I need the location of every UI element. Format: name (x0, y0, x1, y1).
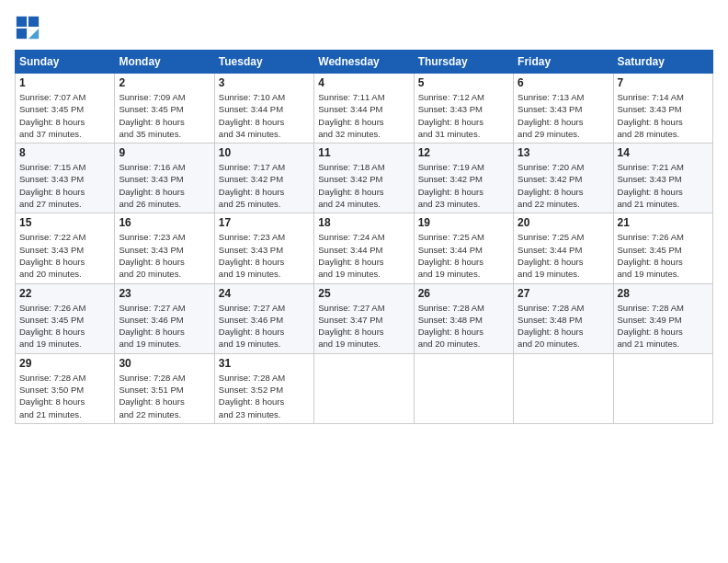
svg-rect-1 (28, 17, 39, 27)
day-info: Sunrise: 7:13 AM Sunset: 3:43 PM Dayligh… (518, 91, 609, 140)
day-info: Sunrise: 7:16 AM Sunset: 3:43 PM Dayligh… (119, 161, 210, 210)
calendar-cell: 31Sunrise: 7:28 AM Sunset: 3:52 PM Dayli… (214, 353, 313, 423)
calendar-cell: 13Sunrise: 7:20 AM Sunset: 3:42 PM Dayli… (514, 144, 613, 213)
day-info: Sunrise: 7:21 AM Sunset: 3:43 PM Dayligh… (618, 161, 709, 210)
day-number: 1 (19, 76, 110, 89)
calendar-cell: 12Sunrise: 7:19 AM Sunset: 3:42 PM Dayli… (414, 144, 513, 213)
day-info: Sunrise: 7:09 AM Sunset: 3:45 PM Dayligh… (119, 91, 210, 140)
calendar-week-row: 29Sunrise: 7:28 AM Sunset: 3:50 PM Dayli… (16, 353, 713, 423)
day-info: Sunrise: 7:19 AM Sunset: 3:42 PM Dayligh… (418, 161, 509, 210)
calendar-cell: 6Sunrise: 7:13 AM Sunset: 3:43 PM Daylig… (514, 74, 613, 144)
calendar-cell: 28Sunrise: 7:28 AM Sunset: 3:49 PM Dayli… (613, 283, 712, 353)
calendar-cell (514, 353, 613, 423)
day-number: 3 (219, 76, 310, 89)
day-number: 30 (119, 357, 210, 370)
day-info: Sunrise: 7:24 AM Sunset: 3:44 PM Dayligh… (318, 231, 409, 280)
calendar-cell (414, 353, 513, 423)
day-number: 10 (219, 146, 310, 159)
day-info: Sunrise: 7:12 AM Sunset: 3:43 PM Dayligh… (418, 91, 509, 140)
calendar-header-row: SundayMondayTuesdayWednesdayThursdayFrid… (16, 51, 713, 74)
calendar-week-row: 22Sunrise: 7:26 AM Sunset: 3:45 PM Dayli… (16, 283, 713, 353)
day-number: 31 (219, 357, 310, 370)
day-number: 5 (418, 76, 509, 89)
calendar-cell: 10Sunrise: 7:17 AM Sunset: 3:42 PM Dayli… (214, 144, 313, 213)
day-info: Sunrise: 7:27 AM Sunset: 3:46 PM Dayligh… (119, 302, 210, 350)
calendar-table: SundayMondayTuesdayWednesdayThursdayFrid… (15, 50, 713, 424)
header (15, 15, 713, 40)
day-info: Sunrise: 7:20 AM Sunset: 3:42 PM Dayligh… (518, 161, 609, 210)
day-number: 28 (618, 287, 709, 300)
day-number: 25 (318, 287, 409, 300)
calendar-cell: 30Sunrise: 7:28 AM Sunset: 3:51 PM Dayli… (115, 353, 214, 423)
day-number: 24 (219, 287, 310, 300)
calendar-cell: 4Sunrise: 7:11 AM Sunset: 3:44 PM Daylig… (314, 74, 414, 144)
calendar-week-row: 1Sunrise: 7:07 AM Sunset: 3:45 PM Daylig… (16, 74, 713, 144)
calendar-cell: 23Sunrise: 7:27 AM Sunset: 3:46 PM Dayli… (115, 283, 214, 353)
header-tuesday: Tuesday (214, 51, 313, 74)
day-info: Sunrise: 7:28 AM Sunset: 3:52 PM Dayligh… (219, 372, 310, 420)
header-sunday: Sunday (16, 51, 115, 74)
calendar-cell: 17Sunrise: 7:23 AM Sunset: 3:43 PM Dayli… (214, 213, 313, 283)
calendar-cell: 20Sunrise: 7:25 AM Sunset: 3:44 PM Dayli… (514, 213, 613, 283)
day-number: 13 (518, 146, 609, 159)
calendar-cell: 16Sunrise: 7:23 AM Sunset: 3:43 PM Dayli… (115, 213, 214, 283)
day-number: 22 (19, 287, 110, 300)
svg-rect-2 (17, 29, 27, 39)
calendar-cell: 9Sunrise: 7:16 AM Sunset: 3:43 PM Daylig… (115, 144, 214, 213)
day-number: 21 (618, 216, 709, 229)
day-info: Sunrise: 7:27 AM Sunset: 3:47 PM Dayligh… (318, 302, 409, 350)
day-number: 26 (418, 287, 509, 300)
day-info: Sunrise: 7:26 AM Sunset: 3:45 PM Dayligh… (618, 231, 709, 280)
svg-rect-0 (17, 17, 27, 27)
day-info: Sunrise: 7:23 AM Sunset: 3:43 PM Dayligh… (219, 231, 310, 280)
day-number: 8 (19, 146, 110, 159)
calendar-cell: 1Sunrise: 7:07 AM Sunset: 3:45 PM Daylig… (16, 74, 115, 144)
calendar-cell: 24Sunrise: 7:27 AM Sunset: 3:46 PM Dayli… (214, 283, 313, 353)
day-number: 27 (518, 287, 609, 300)
day-number: 11 (318, 146, 409, 159)
day-info: Sunrise: 7:11 AM Sunset: 3:44 PM Dayligh… (318, 91, 409, 140)
calendar-cell: 15Sunrise: 7:22 AM Sunset: 3:43 PM Dayli… (16, 213, 115, 283)
calendar-cell: 25Sunrise: 7:27 AM Sunset: 3:47 PM Dayli… (314, 283, 414, 353)
day-number: 18 (318, 216, 409, 229)
day-number: 9 (119, 146, 210, 159)
header-friday: Friday (514, 51, 613, 74)
day-info: Sunrise: 7:10 AM Sunset: 3:44 PM Dayligh… (219, 91, 310, 140)
day-number: 16 (119, 216, 210, 229)
day-info: Sunrise: 7:07 AM Sunset: 3:45 PM Dayligh… (19, 91, 110, 140)
calendar-cell: 18Sunrise: 7:24 AM Sunset: 3:44 PM Dayli… (314, 213, 414, 283)
calendar-cell: 29Sunrise: 7:28 AM Sunset: 3:50 PM Dayli… (16, 353, 115, 423)
calendar-cell: 21Sunrise: 7:26 AM Sunset: 3:45 PM Dayli… (613, 213, 712, 283)
day-info: Sunrise: 7:23 AM Sunset: 3:43 PM Dayligh… (119, 231, 210, 280)
day-info: Sunrise: 7:26 AM Sunset: 3:45 PM Dayligh… (19, 302, 110, 350)
day-info: Sunrise: 7:14 AM Sunset: 3:43 PM Dayligh… (618, 91, 709, 140)
header-monday: Monday (115, 51, 214, 74)
calendar-cell: 14Sunrise: 7:21 AM Sunset: 3:43 PM Dayli… (613, 144, 712, 213)
day-info: Sunrise: 7:28 AM Sunset: 3:48 PM Dayligh… (518, 302, 609, 350)
logo (15, 15, 44, 40)
calendar-cell: 8Sunrise: 7:15 AM Sunset: 3:43 PM Daylig… (16, 144, 115, 213)
day-number: 4 (318, 76, 409, 89)
calendar-cell: 3Sunrise: 7:10 AM Sunset: 3:44 PM Daylig… (214, 74, 313, 144)
day-number: 23 (119, 287, 210, 300)
day-number: 20 (518, 216, 609, 229)
day-info: Sunrise: 7:28 AM Sunset: 3:50 PM Dayligh… (19, 372, 110, 420)
day-info: Sunrise: 7:25 AM Sunset: 3:44 PM Dayligh… (518, 231, 609, 280)
day-info: Sunrise: 7:22 AM Sunset: 3:43 PM Dayligh… (19, 231, 110, 280)
day-number: 6 (518, 76, 609, 89)
day-number: 12 (418, 146, 509, 159)
day-number: 19 (418, 216, 509, 229)
calendar-cell: 5Sunrise: 7:12 AM Sunset: 3:43 PM Daylig… (414, 74, 513, 144)
calendar-cell: 11Sunrise: 7:18 AM Sunset: 3:42 PM Dayli… (314, 144, 414, 213)
day-number: 15 (19, 216, 110, 229)
day-number: 29 (19, 357, 110, 370)
day-info: Sunrise: 7:15 AM Sunset: 3:43 PM Dayligh… (19, 161, 110, 210)
calendar-week-row: 15Sunrise: 7:22 AM Sunset: 3:43 PM Dayli… (16, 213, 713, 283)
calendar-cell: 2Sunrise: 7:09 AM Sunset: 3:45 PM Daylig… (115, 74, 214, 144)
calendar-cell: 7Sunrise: 7:14 AM Sunset: 3:43 PM Daylig… (613, 74, 712, 144)
header-thursday: Thursday (414, 51, 513, 74)
svg-marker-3 (28, 29, 39, 39)
logo-icon (15, 15, 40, 40)
day-number: 17 (219, 216, 310, 229)
day-number: 14 (618, 146, 709, 159)
